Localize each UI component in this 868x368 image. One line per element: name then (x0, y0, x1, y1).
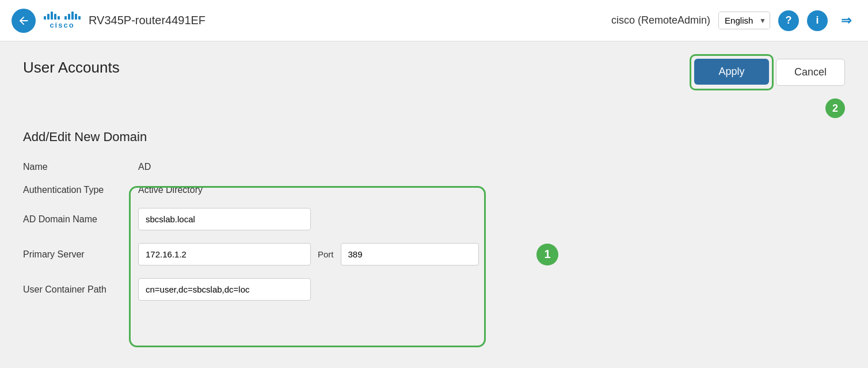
port-input[interactable] (341, 243, 479, 265)
primary-server-input[interactable] (138, 243, 311, 265)
name-label: Name (23, 162, 138, 172)
port-label: Port (318, 249, 334, 259)
name-value: AD (138, 162, 518, 172)
apply-button[interactable]: Apply (694, 59, 769, 85)
cancel-button[interactable]: Cancel (776, 59, 845, 86)
ad-domain-input[interactable] (138, 208, 311, 230)
main-content: User Accounts Apply Cancel 2 Add/Edit Ne… (0, 41, 868, 318)
cisco-text: cisco (50, 21, 74, 29)
step-2-badge: 2 (825, 98, 845, 118)
user-container-label: User Container Path (23, 284, 138, 295)
help-icon: ? (786, 14, 792, 26)
action-buttons: Apply Cancel (694, 59, 845, 86)
app-header: cisco RV345P-router4491EF cisco (RemoteA… (0, 0, 868, 41)
primary-server-label: Primary Server (23, 249, 138, 260)
cisco-bars-icon (44, 12, 81, 20)
header-right: cisco (RemoteAdmin) English Chinese Fren… (611, 10, 856, 31)
apply-button-wrap: Apply (694, 59, 769, 86)
auth-type-value: Active Directory (138, 185, 518, 195)
header-left: cisco RV345P-router4491EF (12, 9, 602, 33)
page-title: User Accounts (23, 59, 120, 77)
form-grid: Name AD Authentication Type Active Direc… (23, 162, 518, 301)
logout-button[interactable]: ⇒ (836, 10, 856, 31)
language-select[interactable]: English Chinese French Spanish (719, 12, 770, 29)
logout-icon: ⇒ (841, 13, 851, 28)
user-container-field-wrap (138, 278, 518, 301)
auth-type-label: Authentication Type (23, 185, 138, 195)
user-container-input[interactable] (138, 278, 311, 301)
language-selector[interactable]: English Chinese French Spanish ▼ (718, 12, 770, 29)
cisco-logo: cisco (44, 12, 81, 29)
step-1-badge: 1 (536, 244, 558, 265)
primary-server-field-wrap: Port 1 (138, 243, 518, 265)
back-arrow-icon (17, 14, 30, 27)
ad-domain-field-wrap (138, 208, 518, 230)
device-name: RV345P-router4491EF (89, 14, 205, 27)
section-title: Add/Edit New Domain (23, 130, 845, 145)
back-button[interactable] (12, 9, 36, 33)
info-button[interactable]: i (807, 10, 828, 31)
page-header: User Accounts Apply Cancel 2 (23, 59, 845, 118)
user-label: cisco (RemoteAdmin) (611, 14, 710, 26)
info-icon: i (816, 14, 818, 26)
page-actions: Apply Cancel 2 (694, 59, 845, 118)
help-button[interactable]: ? (778, 10, 799, 31)
ad-domain-label: AD Domain Name (23, 214, 138, 225)
